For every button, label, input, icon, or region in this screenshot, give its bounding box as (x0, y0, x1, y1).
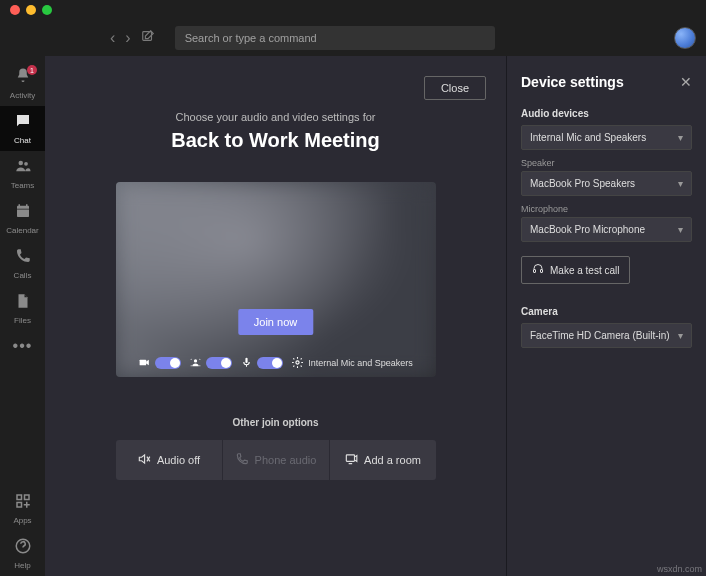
sidebar-item-label: Teams (11, 181, 35, 190)
titlebar (0, 0, 706, 20)
apps-icon (14, 492, 32, 514)
sidebar-more[interactable]: ••• (0, 331, 45, 361)
join-now-button[interactable]: Join now (238, 309, 313, 335)
svg-point-1 (18, 161, 23, 166)
more-icon: ••• (13, 337, 33, 355)
search-input[interactable]: Search or type a command (175, 26, 495, 50)
chat-icon (14, 112, 32, 134)
speaker-off-icon (137, 452, 151, 468)
help-icon (14, 537, 32, 559)
svg-point-15 (296, 361, 299, 364)
svg-point-11 (200, 359, 201, 360)
sidebar-item-label: Help (14, 561, 30, 570)
svg-rect-6 (17, 503, 22, 508)
sidebar-item-help[interactable]: Help (0, 531, 45, 576)
meeting-title: Back to Work Meeting (171, 129, 380, 152)
chevron-down-icon: ▾ (678, 330, 683, 341)
sidebar-item-calendar[interactable]: Calendar (0, 196, 45, 241)
blur-icon (189, 356, 202, 369)
device-link-text: Internal Mic and Speakers (308, 358, 413, 368)
calendar-icon (14, 202, 32, 224)
video-icon (138, 356, 151, 369)
mic-toggle[interactable] (257, 357, 283, 369)
svg-rect-14 (246, 358, 248, 363)
teams-icon (14, 157, 32, 179)
audio-off-button[interactable]: Audio off (116, 440, 222, 480)
topbar: ‹ › Search or type a command (0, 20, 706, 56)
content: Close Choose your audio and video settin… (45, 56, 706, 576)
svg-rect-16 (346, 455, 354, 461)
device-settings-link[interactable]: Internal Mic and Speakers (291, 356, 413, 369)
sidebar-item-label: Activity (10, 91, 35, 100)
audio-devices-label: Audio devices (521, 108, 692, 119)
watermark: wsxdn.com (657, 564, 702, 574)
pretitle: Choose your audio and video settings for (176, 111, 376, 123)
window-maximize-icon[interactable] (42, 5, 52, 15)
device-settings-pane: Device settings ✕ Audio devices Internal… (506, 56, 706, 576)
svg-rect-17 (534, 270, 536, 273)
speaker-label: Speaker (521, 158, 692, 168)
close-button[interactable]: Close (424, 76, 486, 100)
test-call-button[interactable]: Make a test call (521, 256, 630, 284)
calls-icon (14, 247, 32, 269)
other-options-label: Other join options (232, 417, 318, 428)
close-icon[interactable]: ✕ (680, 74, 692, 90)
window-minimize-icon[interactable] (26, 5, 36, 15)
sidebar-item-label: Files (14, 316, 31, 325)
sidebar-item-teams[interactable]: Teams (0, 151, 45, 196)
add-room-button[interactable]: Add a room (329, 440, 436, 480)
compose-icon[interactable] (141, 29, 155, 47)
join-pane: Close Choose your audio and video settin… (45, 56, 506, 576)
search-placeholder: Search or type a command (185, 32, 317, 44)
camera-label: Camera (521, 306, 692, 317)
files-icon (14, 292, 32, 314)
svg-rect-5 (24, 495, 29, 500)
mic-icon (240, 356, 253, 369)
sidebar-item-label: Apps (13, 516, 31, 525)
sidebar-item-apps[interactable]: Apps (0, 486, 45, 531)
activity-badge: 1 (27, 65, 37, 75)
chevron-down-icon: ▾ (678, 132, 683, 143)
svg-point-13 (200, 365, 201, 366)
chevron-down-icon: ▾ (678, 178, 683, 189)
svg-point-12 (191, 365, 192, 366)
svg-point-9 (194, 359, 197, 362)
sidebar-item-label: Calls (14, 271, 32, 280)
microphone-label: Microphone (521, 204, 692, 214)
room-icon (344, 452, 358, 468)
audio-device-select[interactable]: Internal Mic and Speakers ▾ (521, 125, 692, 150)
svg-rect-18 (541, 270, 543, 273)
sidebar-item-files[interactable]: Files (0, 286, 45, 331)
microphone-select[interactable]: MacBook Pro Microphone ▾ (521, 217, 692, 242)
svg-point-2 (24, 162, 28, 166)
avatar[interactable] (674, 27, 696, 49)
blur-toggle[interactable] (206, 357, 232, 369)
sidebar-item-label: Calendar (6, 226, 38, 235)
video-toggle[interactable] (155, 357, 181, 369)
nav-back-icon[interactable]: ‹ (110, 29, 115, 47)
sidebar-item-calls[interactable]: Calls (0, 241, 45, 286)
nav-forward-icon[interactable]: › (125, 29, 130, 47)
phone-icon (235, 452, 249, 468)
sidebar: 1 Activity Chat Teams Calendar Calls (0, 56, 45, 576)
sidebar-item-chat[interactable]: Chat (0, 106, 45, 151)
headset-icon (532, 263, 544, 277)
svg-rect-3 (17, 206, 29, 217)
svg-rect-8 (140, 360, 147, 365)
speaker-select[interactable]: MacBook Pro Speakers ▾ (521, 171, 692, 196)
sidebar-item-label: Chat (14, 136, 31, 145)
window-close-icon[interactable] (10, 5, 20, 15)
settings-title: Device settings (521, 74, 624, 90)
sidebar-item-activity[interactable]: 1 Activity (0, 61, 45, 106)
video-preview: Join now (116, 182, 436, 377)
gear-icon (291, 356, 304, 369)
chevron-down-icon: ▾ (678, 224, 683, 235)
svg-point-10 (191, 359, 192, 360)
camera-select[interactable]: FaceTime HD Camera (Built-in) ▾ (521, 323, 692, 348)
phone-audio-button[interactable]: Phone audio (222, 440, 329, 480)
svg-rect-4 (17, 495, 22, 500)
